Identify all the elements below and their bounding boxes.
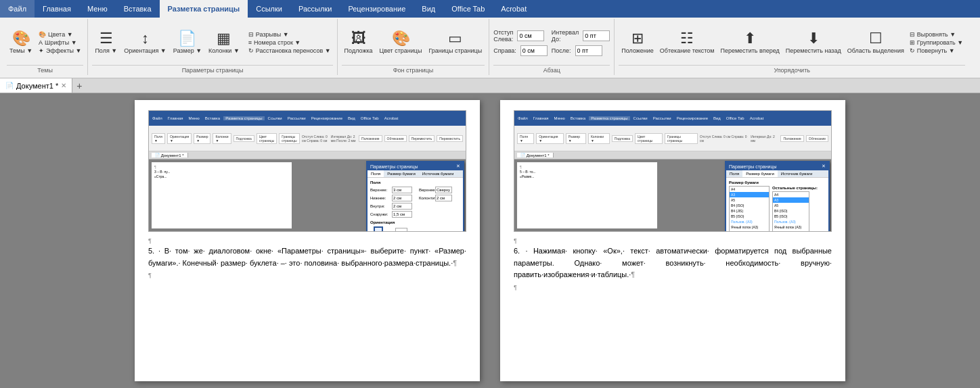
breaks-label: Разрывы ▼ [256, 31, 289, 38]
spacing-after-input[interactable] [575, 45, 602, 56]
mini-dlg-tab-source[interactable]: Источник бумаги [419, 170, 458, 177]
btn-breaks[interactable]: ⊟ Разрывы ▼ [246, 30, 333, 39]
btn-orientation[interactable]: ↕ Ориентация ▼ [121, 24, 169, 61]
doc-tab-document1[interactable]: 📄 Документ1 * ✕ [0, 78, 72, 93]
paragraph-content: ОтступСлева: Справа: ИнтервалДо: После: [493, 20, 610, 65]
arrange-group-label: Упорядочить [619, 65, 965, 74]
btn-page-color[interactable]: 🎨 Цвет страницы [377, 24, 425, 61]
doc-tab-icon: 📄 [5, 82, 14, 89]
mini-tab-menu: Меню [187, 116, 202, 120]
screenshot-right: Файл Главная Меню Вставка Разметка стран… [514, 110, 832, 232]
tab-file[interactable]: Файл [0, 0, 35, 18]
themes-content: 🎨 Темы ▼ 🎨 Цвета ▼ A Шрифты ▼ ✦ Эффекты … [7, 20, 83, 65]
tab-insert[interactable]: Вставка [116, 0, 160, 18]
rotate-icon: ↻ [910, 47, 915, 54]
breaks-col: ⊟ Разрывы ▼ ≡ Номера строк ▼ ↻ Расстанов… [246, 30, 333, 55]
mini-tab-view: Вид [346, 116, 357, 120]
tab-menu[interactable]: Меню [79, 0, 116, 18]
para-num-right: 6. [514, 247, 520, 255]
btn-line-numbers[interactable]: ≡ Номера строк ▼ [246, 39, 333, 47]
bring-forward-label: Переместить вперед [720, 47, 779, 54]
btn-margins[interactable]: ☰ Поля ▼ [92, 24, 120, 61]
btn-columns[interactable]: ▦ Колонки ▼ [206, 24, 242, 61]
btn-bring-forward[interactable]: ⬆ Переместить вперед [717, 24, 782, 61]
background-content: 🖼 Подложка 🎨 Цвет страницы ▭ Границы стр… [342, 20, 485, 65]
group-themes: 🎨 Темы ▼ 🎨 Цвета ▼ A Шрифты ▼ ✦ Эффекты … [3, 19, 88, 75]
indent-left-label: ОтступСлева: [493, 29, 513, 43]
doc-tab-bar: 📄 Документ1 * ✕ + [0, 78, 980, 93]
group-paragraph: ОтступСлева: Справа: ИнтервалДо: После: [489, 19, 615, 75]
btn-send-backward[interactable]: ⬇ Переместить назад [783, 24, 844, 61]
columns-label: Колонки ▼ [208, 47, 240, 54]
mini-tab-r-rev: Рецензирование [675, 116, 710, 120]
btn-watermark[interactable]: 🖼 Подложка [342, 24, 376, 61]
background-group-label: Фон страницы [342, 65, 485, 74]
btn-position[interactable]: ⊞ Положение [619, 24, 656, 61]
page-setup-group-label: Параметры страницы [92, 65, 332, 74]
btn-effects[interactable]: ✦ Эффекты ▼ [37, 47, 83, 55]
doc-tab-close[interactable]: ✕ [61, 82, 66, 89]
arrange-col: ⊟ Выровнять ▼ ⊞ Группировать ▼ ↻ Поверну… [908, 30, 965, 55]
screenshot-left: Файл Главная Меню Вставка Разметка стран… [148, 110, 466, 232]
indent-left-input[interactable] [517, 30, 544, 41]
ribbon-toolbar: 🎨 Темы ▼ 🎨 Цвета ▼ A Шрифты ▼ ✦ Эффекты … [0, 18, 980, 78]
btn-themes[interactable]: 🎨 Темы ▼ [7, 24, 35, 61]
page-color-icon: 🎨 [392, 31, 410, 46]
mini-ribbon-right: Файл Главная Меню Вставка Разметка стран… [514, 111, 831, 126]
mini-rdlg-tab-margins[interactable]: Поля [726, 170, 742, 177]
page-color-label: Цвет страницы [380, 47, 422, 54]
tab-acrobat[interactable]: Acrobat [493, 0, 535, 18]
mini-rdlg-tab-paper[interactable]: Размер бумаги [742, 170, 778, 177]
tab-view[interactable]: Вид [414, 0, 443, 18]
page-text-left: 5. · В· том· же· диалоговом· окне· «Пара… [148, 245, 466, 269]
btn-selection-pane[interactable]: ☐ Область выделения [845, 24, 907, 61]
mini-ribbon-left: Файл Главная Меню Вставка Разметка стран… [149, 111, 466, 126]
mini-dialog-right-close[interactable]: ✕ [822, 164, 826, 169]
orientation-label: Ориентация ▼ [124, 47, 166, 54]
mini-dialog-left-close[interactable]: ✕ [456, 164, 460, 169]
tab-page-layout[interactable]: Разметка страницы [160, 0, 248, 18]
mini-tab-layout: Разметка страницы [223, 116, 264, 120]
btn-text-wrap[interactable]: ☷ Обтекание текстом [657, 24, 717, 61]
tab-mailings[interactable]: Рассылки [290, 0, 340, 18]
btn-size[interactable]: 📄 Размер ▼ [171, 24, 204, 61]
mini-tab-ref: Ссылки [266, 116, 284, 120]
mini-tab-office: Office Tab [359, 116, 381, 120]
mini-rdlg-tab-source[interactable]: Источник бумаги [778, 170, 816, 177]
btn-borders[interactable]: ▭ Границы страницы [426, 24, 485, 61]
spacing-before-input[interactable] [583, 30, 610, 41]
doc-tab-new[interactable]: + [72, 78, 86, 93]
tab-home[interactable]: Главная [35, 0, 79, 18]
pilcrow-left: ¶ [453, 259, 457, 267]
mini-tab-rev: Рецензирование [309, 116, 344, 120]
tab-references[interactable]: Ссылки [248, 0, 290, 18]
tab-review[interactable]: Рецензирование [340, 0, 414, 18]
btn-hyphenation[interactable]: ↻ Расстановка переносов ▼ [246, 47, 333, 55]
btn-fonts[interactable]: A Шрифты ▼ [37, 39, 83, 47]
themes-group-label: Темы [7, 65, 83, 74]
mini-tab-r-menu: Меню [552, 116, 567, 120]
main-content: Файл Главная Меню Вставка Разметка стран… [0, 93, 980, 388]
mini-tab-file: Файл [150, 116, 164, 120]
tab-office-tab[interactable]: Office Tab [443, 0, 493, 18]
btn-rotate[interactable]: ↻ Повернуть ▼ [908, 47, 965, 55]
borders-label: Границы страницы [428, 47, 482, 54]
mini-dlg-tab-paper[interactable]: Размер бумаги [384, 170, 419, 177]
indent-right-input[interactable] [520, 45, 548, 56]
doc-tab-name: Документ1 * [16, 82, 58, 90]
borders-icon: ▭ [448, 31, 462, 46]
text-wrap-icon: ☷ [680, 31, 694, 46]
indent-right-label: Справа: [493, 47, 516, 54]
btn-group[interactable]: ⊞ Группировать ▼ [908, 39, 965, 47]
selection-pane-icon: ☐ [869, 31, 883, 46]
btn-align[interactable]: ⊟ Выровнять ▼ [908, 30, 965, 39]
mini-dlg-tab-margins[interactable]: Поля [368, 170, 384, 177]
line-numbers-label: Номера строк ▼ [254, 39, 300, 46]
effects-icon: ✦ [39, 47, 44, 54]
group-arrange: ⊞ Положение ☷ Обтекание текстом ⬆ Переме… [615, 19, 969, 75]
position-icon: ⊞ [631, 31, 644, 46]
selection-pane-label: Область выделения [847, 47, 904, 54]
themes-label: Темы ▼ [9, 47, 32, 54]
group-background: 🖼 Подложка 🎨 Цвет страницы ▭ Границы стр… [338, 19, 490, 75]
btn-colors[interactable]: 🎨 Цвета ▼ [37, 30, 83, 39]
